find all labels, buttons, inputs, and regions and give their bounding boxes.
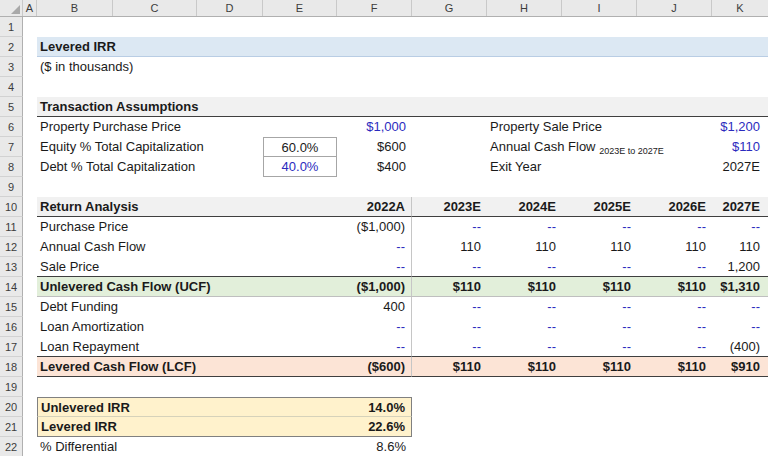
empty-cell[interactable] (37, 177, 768, 197)
empty-cell[interactable] (23, 157, 37, 177)
cell-value[interactable]: -- (487, 297, 562, 317)
empty-cell[interactable] (23, 117, 37, 137)
row-header-15[interactable]: 15 (0, 297, 23, 317)
row-header-11[interactable]: 11 (0, 217, 23, 237)
purchase-price-label[interactable]: Property Purchase Price (37, 117, 263, 137)
row-header-20[interactable]: 20 (0, 397, 23, 417)
empty-cell[interactable] (23, 57, 37, 77)
row-header-12[interactable]: 12 (0, 237, 23, 257)
debt-amount-value[interactable]: $400 (337, 157, 412, 177)
row-loan-amortization-label[interactable]: Loan Amortization (37, 317, 337, 337)
row-header-6[interactable]: 6 (0, 117, 23, 137)
differential-value[interactable]: 8.6% (337, 437, 412, 456)
select-all-corner[interactable] (0, 0, 23, 16)
cell-value[interactable]: -- (487, 317, 562, 337)
ucf-total-label[interactable]: Unlevered Cash Flow (UCF) (37, 277, 337, 297)
row-header-19[interactable]: 19 (0, 377, 23, 397)
row-header-3[interactable]: 3 (0, 57, 23, 77)
row-header-13[interactable]: 13 (0, 257, 23, 277)
year-header-2025e[interactable]: 2025E (562, 197, 637, 217)
units-label[interactable]: ($ in thousands) (37, 57, 768, 77)
empty-cell[interactable] (23, 337, 37, 357)
cell-value[interactable]: -- (637, 217, 712, 237)
assumptions-section-header[interactable]: Transaction Assumptions (37, 97, 768, 117)
empty-cell[interactable] (23, 297, 37, 317)
empty-cell[interactable] (412, 117, 487, 137)
debt-pct-input[interactable]: 40.0% (263, 157, 337, 177)
cell-value[interactable]: 400 (337, 297, 412, 317)
exit-year-value[interactable]: 2027E (712, 157, 768, 177)
row-loan-repayment-label[interactable]: Loan Repayment (37, 337, 337, 357)
column-header-b[interactable]: B (37, 0, 113, 16)
empty-cell[interactable] (23, 357, 37, 377)
column-header-i[interactable]: I (562, 0, 637, 16)
cell-value[interactable]: $110 (412, 357, 487, 377)
column-header-k[interactable]: K (712, 0, 768, 16)
cell-value[interactable]: 1,200 (712, 257, 768, 277)
year-header-2024e[interactable]: 2024E (487, 197, 562, 217)
empty-cell[interactable] (412, 437, 768, 456)
row-purchase-price-label[interactable]: Purchase Price (37, 217, 337, 237)
year-header-2027e[interactable]: 2027E (712, 197, 768, 217)
purchase-price-value[interactable]: $1,000 (337, 117, 412, 137)
cell-value[interactable]: -- (562, 217, 637, 237)
cell-value[interactable]: 110 (412, 237, 487, 257)
empty-cell[interactable] (23, 197, 37, 217)
row-debt-funding-label[interactable]: Debt Funding (37, 297, 337, 317)
empty-cell[interactable] (23, 397, 37, 417)
empty-cell[interactable] (37, 17, 768, 37)
year-header-2026e[interactable]: 2026E (637, 197, 712, 217)
column-header-h[interactable]: H (487, 0, 562, 16)
levered-irr-value[interactable]: 22.6% (337, 417, 412, 437)
row-header-18[interactable]: 18 (0, 357, 23, 377)
cell-value[interactable]: 110 (487, 237, 562, 257)
unlevered-irr-value[interactable]: 14.0% (337, 397, 412, 417)
empty-cell[interactable] (23, 417, 37, 437)
sale-price-value[interactable]: $1,200 (712, 117, 768, 137)
row-sale-price-label[interactable]: Sale Price (37, 257, 337, 277)
cell-value[interactable]: 110 (637, 237, 712, 257)
column-header-a[interactable]: A (23, 0, 37, 16)
cell-value[interactable]: $110 (412, 277, 487, 297)
cell-value[interactable]: $110 (562, 277, 637, 297)
cell-value[interactable]: -- (337, 237, 412, 257)
empty-cell[interactable] (23, 277, 37, 297)
cell-value[interactable]: -- (562, 337, 637, 357)
debt-pct-label[interactable]: Debt % Total Capitalization (37, 157, 263, 177)
column-header-j[interactable]: J (637, 0, 712, 16)
column-header-g[interactable]: G (412, 0, 487, 16)
empty-cell[interactable] (23, 237, 37, 257)
empty-cell[interactable] (23, 257, 37, 277)
row-header-2[interactable]: 2 (0, 37, 23, 57)
cell-value[interactable]: -- (412, 257, 487, 277)
cell-value[interactable]: $1,310 (712, 277, 768, 297)
equity-pct-input[interactable]: 60.0% (263, 137, 337, 157)
empty-cell[interactable] (23, 437, 37, 456)
cell-value[interactable]: 110 (562, 237, 637, 257)
annual-cash-flow-value[interactable]: $110 (712, 137, 768, 157)
cell-value[interactable]: -- (637, 317, 712, 337)
empty-cell[interactable] (23, 137, 37, 157)
cell-value[interactable]: ($600) (337, 357, 412, 377)
empty-cell[interactable] (23, 77, 37, 97)
row-header-5[interactable]: 5 (0, 97, 23, 117)
cell-value[interactable]: $110 (487, 277, 562, 297)
cell-value[interactable]: -- (487, 337, 562, 357)
cell-value[interactable]: 110 (712, 237, 768, 257)
lcf-total-label[interactable]: Levered Cash Flow (LCF) (37, 357, 337, 377)
empty-cell[interactable] (23, 97, 37, 117)
cell-value[interactable]: -- (337, 317, 412, 337)
empty-cell[interactable] (412, 417, 768, 437)
cell-value[interactable]: $110 (637, 277, 712, 297)
row-header-17[interactable]: 17 (0, 337, 23, 357)
empty-cell[interactable] (23, 177, 37, 197)
cell-value[interactable]: -- (412, 217, 487, 237)
empty-cell[interactable] (263, 117, 337, 137)
cell-value[interactable]: -- (637, 257, 712, 277)
cell-value[interactable]: $110 (562, 357, 637, 377)
cell-value[interactable]: -- (412, 317, 487, 337)
unlevered-irr-label[interactable]: Unlevered IRR (37, 397, 337, 417)
cell-value[interactable]: ($1,000) (337, 277, 412, 297)
cell-value[interactable]: (400) (712, 337, 768, 357)
levered-irr-label[interactable]: Levered IRR (37, 417, 337, 437)
